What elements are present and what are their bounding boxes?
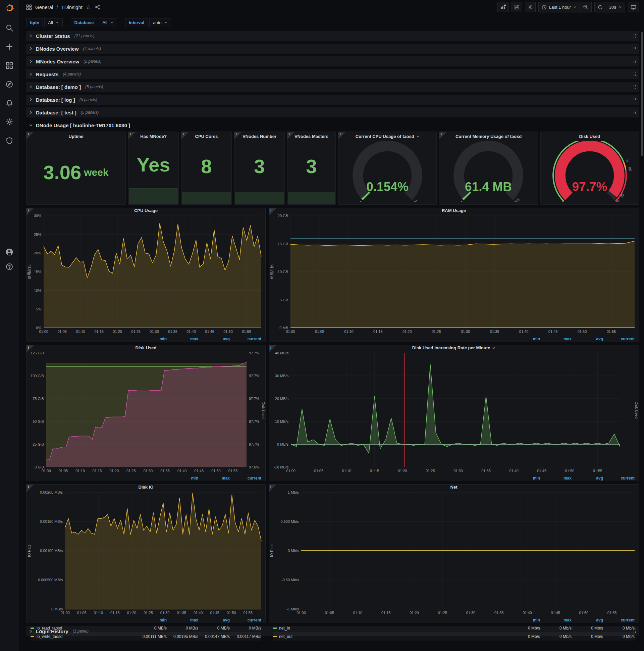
row-drag-handle-icon[interactable] — [634, 46, 636, 51]
info-corner-icon[interactable]: i — [27, 345, 34, 353]
legend-header-avg[interactable]: avg — [572, 476, 603, 480]
legend-header-current[interactable]: current — [603, 618, 635, 622]
cpu-usage-chart[interactable]: 0%5%10%15%20%25%30%01:0001:0501:1001:150… — [27, 213, 265, 335]
legend-series-io_read_taosd[interactable]: io_read_taosd — [31, 626, 135, 630]
breadcrumb-folder[interactable]: General — [35, 4, 53, 10]
info-corner-icon[interactable]: i — [27, 132, 34, 139]
row-database-test[interactable]: Database: [ test ](5 panels) — [26, 107, 639, 118]
row-requests[interactable]: Requests(4 panels) — [26, 69, 639, 79]
sidebar-item-profile[interactable] — [6, 248, 13, 256]
row-mnodes-overview[interactable]: MNodes Overview(2 panels) — [26, 56, 639, 66]
legend-header-current[interactable]: current — [603, 476, 635, 480]
panel-title[interactable]: Uptime — [27, 132, 125, 141]
info-corner-icon[interactable]: i — [440, 132, 447, 139]
legend-header-current[interactable]: current — [230, 476, 261, 480]
row-dnodes-overview[interactable]: DNodes Overview(4 panels) — [26, 43, 639, 54]
row-database-demo[interactable]: Database: [ demo ](5 panels) — [26, 82, 639, 92]
zoom-out-button[interactable] — [580, 2, 591, 12]
row-cluster-status[interactable]: Cluster Status(21 panels) — [26, 31, 639, 41]
legend-header-avg[interactable]: avg — [572, 618, 603, 622]
legend-header-current[interactable]: current — [230, 337, 261, 341]
variable-value-database[interactable]: All — [99, 18, 117, 27]
legend-header-current[interactable]: current — [603, 337, 635, 341]
info-corner-icon[interactable]: i — [269, 485, 277, 492]
legend-header-avg[interactable]: avg — [198, 618, 230, 622]
legend-header-max[interactable]: max — [540, 618, 572, 622]
panel-title[interactable]: Disk IO — [27, 485, 265, 490]
panel-title[interactable]: Current CPU Usage of taosd — [339, 132, 437, 141]
row-drag-handle-icon[interactable] — [634, 85, 636, 89]
panel-title[interactable]: Disk Used Increasing Rate per Minute — [269, 345, 639, 350]
sidebar-item-search[interactable] — [6, 24, 13, 32]
row-drag-handle-icon[interactable] — [634, 111, 636, 115]
panel-title[interactable]: CPU Usage — [27, 208, 265, 213]
legend-header-min[interactable]: min — [509, 618, 540, 622]
panel-title[interactable]: Has MNode? — [128, 132, 179, 141]
save-dashboard-button[interactable] — [512, 2, 522, 12]
grafana-logo-icon[interactable] — [3, 1, 16, 15]
panel-title[interactable]: Disk Used — [27, 345, 265, 350]
legend-header-max[interactable]: max — [167, 618, 198, 622]
dashboard-settings-button[interactable] — [525, 2, 536, 12]
dashboard-grid-icon[interactable] — [26, 4, 32, 10]
panel-title[interactable]: Net — [269, 485, 639, 490]
legend-header-max[interactable]: max — [167, 337, 198, 341]
star-icon[interactable]: ☆ — [86, 4, 92, 10]
page-scrollbar[interactable] — [641, 32, 643, 156]
panel-title[interactable]: RAM Usage — [269, 208, 639, 213]
legend-header-min[interactable]: min — [509, 337, 540, 341]
legend-header-min[interactable]: min — [135, 337, 167, 341]
row-drag-handle-icon[interactable] — [634, 34, 636, 38]
info-corner-icon[interactable]: i — [27, 485, 34, 492]
info-corner-icon[interactable]: i — [128, 132, 136, 139]
disk-io-chart[interactable]: 0 MB/s0.000500 MB/s0.00100 MB/s0.00150 M… — [27, 490, 265, 616]
row-dnode-usage[interactable]: DNode Usage [ huolinhe-TM1701:6030 ] — [26, 120, 639, 130]
info-corner-icon[interactable]: i — [287, 132, 295, 139]
cycle-view-button[interactable] — [628, 2, 639, 12]
row-drag-handle-icon[interactable] — [634, 59, 636, 63]
sidebar-item-server-admin[interactable] — [6, 137, 13, 144]
legend-series-net_in[interactable]: net_in — [273, 626, 509, 630]
legend-header-max[interactable]: max — [540, 337, 572, 341]
legend-header-max[interactable]: max — [198, 476, 230, 480]
refresh-button[interactable] — [595, 2, 606, 12]
row-database-log[interactable]: Database: [ log ](5 panels) — [26, 95, 639, 105]
sidebar-item-alerting[interactable] — [6, 99, 13, 107]
sidebar-item-configuration[interactable] — [6, 118, 13, 125]
panel-title[interactable]: Current Memory Usage of taosd — [440, 132, 537, 141]
disk-used-chart[interactable]: 0 GiB97.6%25 GiB97.7%50 GiB97.7%75 GiB97… — [27, 350, 265, 474]
legend-header-current[interactable]: current — [230, 618, 261, 622]
info-corner-icon[interactable]: i — [269, 345, 277, 353]
info-corner-icon[interactable]: i — [182, 132, 189, 139]
info-corner-icon[interactable]: i — [234, 132, 242, 139]
panel-title[interactable]: Disk Used — [541, 132, 639, 141]
info-corner-icon[interactable]: i — [269, 208, 277, 215]
legend-series-io_write_taosd[interactable]: io_write_taosd — [31, 634, 135, 639]
legend-series-net_out[interactable]: net_out — [273, 634, 509, 639]
add-panel-button[interactable] — [497, 2, 509, 12]
row-drag-handle-icon[interactable] — [634, 72, 636, 76]
sidebar-item-dashboards[interactable] — [6, 62, 13, 69]
legend-header-avg[interactable]: avg — [572, 337, 603, 341]
legend-header-min[interactable]: min — [167, 476, 198, 480]
info-corner-icon[interactable]: i — [27, 208, 34, 215]
legend-header-avg[interactable]: avg — [198, 337, 230, 341]
legend-header-min[interactable]: min — [509, 476, 540, 480]
legend-header-min[interactable]: min — [135, 618, 167, 622]
legend-header-max[interactable]: max — [540, 476, 572, 480]
sidebar-item-explore[interactable] — [6, 81, 13, 88]
refresh-interval-picker[interactable]: 30s — [606, 2, 625, 12]
disk-rate-chart[interactable]: -10 MB/s0 MB/s10 MB/s20 MB/s30 MB/s40 MB… — [269, 350, 639, 474]
time-range-picker[interactable]: Last 1 hour — [539, 2, 580, 12]
net-chart[interactable]: -1 Mb/s-0.50 Mb/s0 Mb/s0.500 Mb/s1 Mb/s0… — [269, 490, 639, 616]
panel-title[interactable]: CPU Cores — [182, 132, 231, 141]
share-icon[interactable] — [95, 4, 101, 10]
variable-value-interval[interactable]: auto — [149, 18, 171, 27]
row-drag-handle-icon[interactable] — [634, 98, 636, 102]
panel-title[interactable]: VNodes Number — [234, 132, 284, 141]
sidebar-item-create[interactable] — [6, 43, 13, 50]
ram-usage-chart[interactable]: 0 MB5 GB10 GB15 GB20 GB01:0001:0501:1001… — [269, 213, 639, 335]
info-corner-icon[interactable]: i — [339, 132, 346, 139]
variable-value-fqdn[interactable]: All — [44, 18, 62, 27]
sidebar-item-help[interactable] — [6, 263, 13, 271]
